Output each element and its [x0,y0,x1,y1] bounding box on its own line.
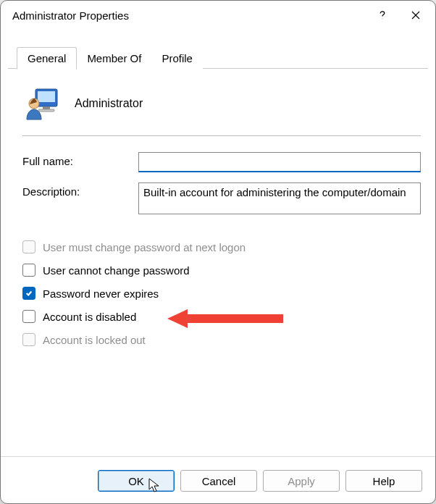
tab-member-of[interactable]: Member Of [77,48,151,69]
cannot-change-password-checkbox[interactable]: User cannot change password [22,264,421,277]
account-disabled-checkbox[interactable]: Account is disabled [22,310,421,323]
cancel-button[interactable]: Cancel [180,470,257,492]
tab-general[interactable]: General [17,47,77,70]
description-label: Description: [22,182,138,198]
checkbox-checked-icon [22,287,35,300]
description-row: Description: Built-in account for admini… [22,182,421,214]
account-name: Administrator [75,97,143,110]
svg-rect-1 [38,91,55,102]
button-row: OK Cancel Apply Help [1,456,435,503]
window-title: Administrator Properties [12,9,366,22]
account-identity: Administrator [25,86,421,121]
checkbox-icon [22,310,35,323]
full-name-label: Full name: [22,152,138,167]
checkbox-label: Password never expires [43,287,159,300]
checkbox-icon [22,333,35,346]
checkbox-group: User must change password at next logon … [22,240,421,356]
checkbox-label: User cannot change password [43,264,190,277]
question-icon [377,10,387,20]
tab-profile[interactable]: Profile [151,48,203,69]
svg-marker-5 [167,309,283,328]
annotation-arrow-icon [167,308,283,332]
checkbox-label: Account is locked out [43,334,146,346]
svg-rect-3 [38,109,54,112]
full-name-field[interactable] [138,152,421,172]
close-button[interactable] [399,4,432,27]
user-account-icon [25,86,60,121]
checkbox-icon [22,264,35,277]
checkbox-label: Account is disabled [43,311,136,323]
apply-button: Apply [263,470,340,492]
password-never-expires-checkbox[interactable]: Password never expires [22,287,421,300]
checkbox-label: User must change password at next logon [43,241,246,253]
general-panel: Administrator Full name: Description: Bu… [1,69,435,456]
divider [22,135,421,136]
description-field[interactable]: Built-in account for administering the c… [138,182,421,214]
tab-strip: General Member Of Profile [1,47,435,69]
checkbox-icon [22,240,35,253]
full-name-row: Full name: [22,152,421,172]
properties-dialog: Administrator Properties General Member … [0,0,436,504]
close-icon [411,10,421,20]
account-locked-out-checkbox: Account is locked out [22,333,421,346]
ok-button[interactable]: OK [98,470,175,492]
svg-rect-2 [43,106,50,109]
help-button[interactable] [366,4,399,27]
must-change-password-checkbox: User must change password at next logon [22,240,421,253]
title-bar: Administrator Properties [1,1,435,30]
help-button[interactable]: Help [345,470,422,492]
